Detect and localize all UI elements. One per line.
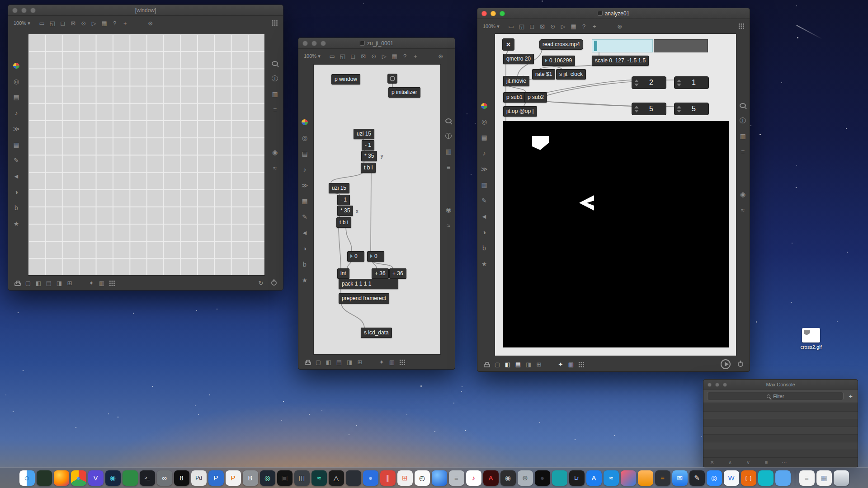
spinner-icon[interactable] bbox=[677, 106, 681, 113]
wrench-icon[interactable]: ✦ bbox=[378, 359, 385, 365]
info-icon[interactable]: i bbox=[445, 133, 452, 139]
circle-box-icon[interactable]: ⊙ bbox=[550, 23, 556, 29]
object-box-minus-a[interactable]: - 1 bbox=[362, 140, 374, 150]
dock-app-07[interactable] bbox=[123, 470, 138, 486]
spinner-icon[interactable] bbox=[634, 80, 639, 86]
object-box-plus-b[interactable]: + 36 bbox=[389, 268, 406, 279]
matrix-icon[interactable]: ▦ bbox=[13, 141, 19, 148]
close-box-icon[interactable]: ⊠ bbox=[360, 53, 367, 59]
favorites-icon[interactable]: ★ bbox=[302, 277, 308, 283]
matrix-icon[interactable]: ▦ bbox=[302, 198, 308, 204]
snapshot-icon[interactable]: ◉ bbox=[445, 206, 452, 213]
zoom-level[interactable]: 100%▾ bbox=[14, 20, 30, 26]
object-box-rate[interactable]: rate $1 bbox=[532, 69, 555, 80]
add-object-icon[interactable]: + bbox=[122, 20, 128, 26]
dock-app-12[interactable]: P bbox=[208, 470, 224, 486]
object-palette-icon[interactable] bbox=[302, 119, 308, 125]
columns-icon[interactable]: ▥ bbox=[568, 361, 574, 367]
dock-app-16[interactable]: ▣ bbox=[277, 470, 292, 486]
midi-icon[interactable]: ♪ bbox=[302, 166, 308, 173]
zoom-frame-icon[interactable]: ▢ bbox=[315, 359, 321, 365]
speaker-icon[interactable]: ◄ bbox=[481, 213, 487, 220]
folders-icon[interactable]: ▤ bbox=[515, 361, 521, 367]
toolbar-grid-icon[interactable] bbox=[738, 23, 744, 29]
clear-icon[interactable]: ✕ bbox=[709, 460, 715, 465]
comment-icon[interactable]: ◻ bbox=[350, 53, 356, 59]
minimize-button[interactable] bbox=[21, 8, 27, 13]
inspector-icon[interactable]: ▥ bbox=[272, 91, 278, 97]
dial-icon[interactable]: ◑ bbox=[481, 229, 487, 235]
object-box-int[interactable]: int bbox=[337, 268, 349, 279]
frame-icon[interactable]: ▭ bbox=[329, 53, 335, 59]
comment-icon[interactable]: ◻ bbox=[60, 20, 66, 26]
dock-app-18[interactable]: ≈ bbox=[311, 470, 327, 486]
help-icon[interactable]: ? bbox=[112, 20, 118, 26]
presentation-icon[interactable]: ◧ bbox=[326, 359, 332, 365]
zoom-frame-icon[interactable]: ▢ bbox=[494, 361, 500, 367]
circle-box-icon[interactable]: ⊙ bbox=[371, 53, 377, 59]
object-box-uzi-b[interactable]: uzi 15 bbox=[329, 183, 349, 193]
titlebar[interactable]: zu_ji_0001 bbox=[298, 38, 455, 49]
mixer-icon[interactable]: ◨ bbox=[525, 361, 532, 367]
object-box-minus-b[interactable]: - 1 bbox=[337, 195, 350, 205]
folders-icon[interactable]: ▤ bbox=[46, 280, 52, 286]
sync-icon[interactable]: ↻ bbox=[258, 280, 264, 286]
dock-mail[interactable]: ✉ bbox=[672, 470, 688, 486]
object-box-send-lcd[interactable]: s lcd_data bbox=[361, 328, 392, 338]
titlebar[interactable]: Max Console bbox=[703, 380, 858, 389]
dots-grid-icon[interactable] bbox=[399, 359, 406, 365]
object-box-uzi-a[interactable]: uzi 15 bbox=[354, 129, 374, 139]
zoom-level[interactable]: 100%▾ bbox=[483, 23, 500, 29]
dock-app-33[interactable]: Lr bbox=[569, 470, 585, 486]
object-box-mult-a[interactable]: * 35 bbox=[361, 151, 377, 161]
list-icon[interactable]: ≡ bbox=[272, 107, 278, 113]
play-box-icon[interactable]: ▷ bbox=[381, 53, 387, 59]
buffer-icon[interactable]: b bbox=[481, 245, 487, 251]
dock-app-35[interactable]: ≈ bbox=[604, 470, 619, 486]
zoom-button[interactable] bbox=[500, 11, 505, 16]
toggle-box[interactable] bbox=[387, 74, 397, 84]
grid-box-icon[interactable]: ▦ bbox=[392, 53, 398, 59]
play-box-icon[interactable]: ▷ bbox=[560, 23, 566, 29]
zoom-button[interactable] bbox=[723, 383, 727, 387]
play-box-icon[interactable]: ▷ bbox=[91, 20, 97, 26]
dock-doc-2[interactable]: ▦ bbox=[816, 470, 832, 486]
waves-icon[interactable]: ≈ bbox=[272, 165, 278, 171]
lock-icon[interactable] bbox=[305, 361, 311, 365]
waves-icon[interactable]: ≈ bbox=[445, 222, 452, 229]
dock-app-43[interactable]: ▢ bbox=[741, 470, 756, 486]
object-box-jit-movie[interactable]: jit.movie bbox=[503, 76, 529, 86]
grid-small-icon[interactable]: ⊞ bbox=[357, 359, 363, 365]
help-icon[interactable]: ? bbox=[402, 53, 408, 59]
dock-pure-data[interactable]: Pd bbox=[191, 470, 207, 486]
favorites-icon[interactable]: ★ bbox=[13, 221, 19, 227]
lock-icon[interactable] bbox=[484, 364, 490, 367]
favorites-icon[interactable]: ★ bbox=[481, 261, 487, 267]
mixer-icon[interactable]: ◨ bbox=[346, 359, 353, 365]
folders-icon[interactable]: ▤ bbox=[336, 359, 342, 365]
audio-status-icon[interactable]: ◎ bbox=[13, 78, 19, 84]
zoom-button[interactable] bbox=[30, 8, 36, 13]
dock-app-40[interactable]: ✎ bbox=[689, 470, 705, 486]
toolbar-grid-icon[interactable] bbox=[272, 20, 278, 26]
signal-icon[interactable]: ≫ bbox=[302, 182, 308, 188]
dock-app-05[interactable]: V bbox=[88, 470, 104, 486]
object-box-p-sub2[interactable]: p sub2 bbox=[524, 92, 547, 103]
speaker-icon[interactable]: ◄ bbox=[13, 173, 19, 179]
dock-app-06[interactable]: ◉ bbox=[105, 470, 121, 486]
dock-app-23[interactable]: ⊞ bbox=[397, 470, 413, 486]
audio-status-icon[interactable]: ◎ bbox=[481, 118, 487, 125]
dock-app-13[interactable]: P bbox=[226, 470, 241, 486]
dock-app-29[interactable]: ◉ bbox=[500, 470, 516, 486]
dock-app-14[interactable]: B bbox=[243, 470, 258, 486]
object-box-plus-a[interactable]: + 36 bbox=[372, 268, 389, 279]
frame-corner-icon[interactable]: ◱ bbox=[49, 20, 56, 26]
midi-icon[interactable]: ♪ bbox=[13, 110, 19, 116]
power-icon[interactable] bbox=[271, 280, 277, 286]
menu-icon[interactable]: ≡ bbox=[763, 460, 769, 465]
object-box-tbi-b[interactable]: t b i bbox=[336, 217, 351, 228]
dots-grid-icon[interactable] bbox=[578, 361, 585, 367]
paint-icon[interactable]: ⊛ bbox=[147, 20, 154, 26]
inspector-icon[interactable]: ▥ bbox=[445, 148, 452, 155]
signal-icon[interactable]: ≫ bbox=[481, 166, 488, 172]
